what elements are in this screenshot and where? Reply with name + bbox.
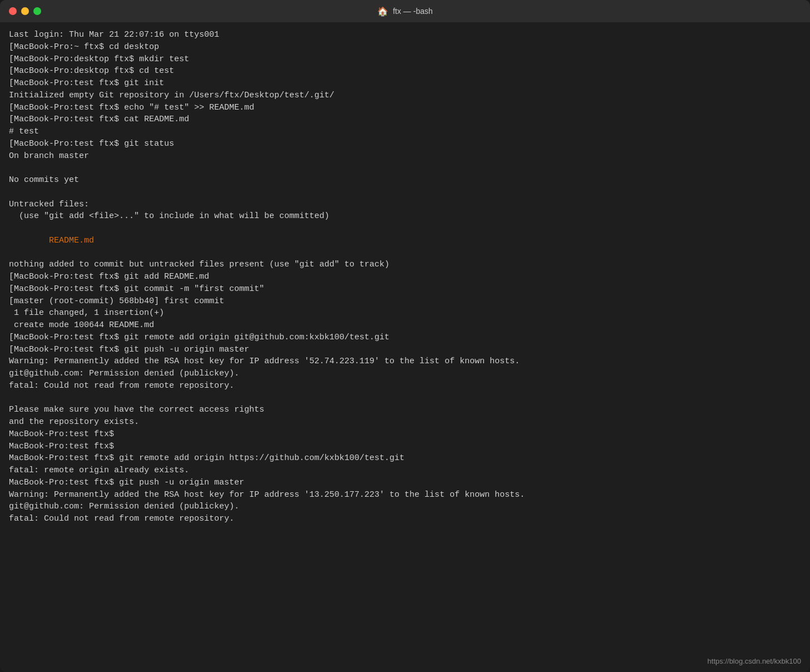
terminal-line: Please make sure you have the correct ac…	[9, 405, 264, 414]
terminal-line: [master (root-commit) 568bb40] first com…	[9, 297, 224, 306]
terminal-line: fatal: Could not read from remote reposi…	[9, 514, 234, 523]
terminal-line: README.md	[9, 236, 94, 245]
terminal-line: # test	[9, 127, 39, 136]
terminal-line: [MacBook-Pro:desktop ftx$ mkdir test	[9, 55, 189, 64]
minimize-button[interactable]	[21, 7, 29, 15]
maximize-button[interactable]	[33, 7, 41, 15]
terminal-line: Untracked files:	[9, 200, 89, 209]
watermark: https://blog.csdn.net/kxbk100	[708, 657, 801, 665]
terminal-line: MacBook-Pro:test ftx$	[9, 429, 114, 439]
close-button[interactable]	[9, 7, 17, 15]
terminal-line: MacBook-Pro:test ftx$	[9, 442, 114, 451]
terminal-wrapper: Last login: Thu Mar 21 22:07:16 on ttys0…	[0, 22, 810, 672]
terminal-line: MacBook-Pro:test ftx$ git remote add ori…	[9, 453, 404, 463]
terminal-line: [MacBook-Pro:test ftx$ git commit -m "fi…	[9, 284, 264, 294]
titlebar: 🏠 ftx — -bash	[0, 0, 810, 22]
terminal-line: create mode 100644 README.md	[9, 320, 154, 330]
terminal-line: [MacBook-Pro:test ftx$ git status	[9, 139, 174, 149]
traffic-lights	[9, 7, 41, 15]
terminal-line: [MacBook-Pro:test ftx$ git push -u origi…	[9, 345, 249, 354]
terminal-line: [MacBook-Pro:test ftx$ git init	[9, 78, 164, 88]
terminal-line: [MacBook-Pro:~ ftx$ cd desktop	[9, 42, 159, 52]
terminal-line: fatal: Could not read from remote reposi…	[9, 381, 234, 391]
terminal-line: [MacBook-Pro:test ftx$ echo "# test" >> …	[9, 103, 254, 112]
terminal-line: git@github.com: Permission denied (publi…	[9, 369, 239, 378]
terminal-line: [MacBook-Pro:test ftx$ git remote add or…	[9, 333, 389, 342]
title-icon: 🏠	[377, 6, 388, 17]
terminal-line: nothing added to commit but untracked fi…	[9, 260, 389, 269]
terminal-content: Last login: Thu Mar 21 22:07:16 on ttys0…	[9, 29, 801, 525]
terminal-line: Warning: Permanently added the RSA host …	[9, 357, 520, 366]
terminal-line: Warning: Permanently added the RSA host …	[9, 490, 525, 500]
title-label: ftx — -bash	[393, 7, 433, 16]
terminal-line: [MacBook-Pro:test ftx$ git add README.md	[9, 272, 209, 281]
terminal-line: [MacBook-Pro:test ftx$ cat README.md	[9, 115, 189, 124]
terminal-line: fatal: remote origin already exists.	[9, 466, 189, 475]
terminal-line: On branch master	[9, 151, 89, 161]
terminal-line: 1 file changed, 1 insertion(+)	[9, 308, 164, 318]
terminal-line: Initialized empty Git repository in /Use…	[9, 91, 334, 100]
terminal-line: No commits yet	[9, 175, 79, 185]
terminal-line: MacBook-Pro:test ftx$ git push -u origin…	[9, 478, 244, 487]
window-title: 🏠 ftx — -bash	[377, 6, 433, 17]
terminal-line: Last login: Thu Mar 21 22:07:16 on ttys0…	[9, 30, 219, 39]
terminal-window: 🏠 ftx — -bash Last login: Thu Mar 21 22:…	[0, 0, 810, 672]
terminal-line: git@github.com: Permission denied (publi…	[9, 502, 239, 511]
terminal-line: [MacBook-Pro:desktop ftx$ cd test	[9, 66, 174, 76]
terminal-line: and the repository exists.	[9, 417, 139, 427]
terminal-body[interactable]: Last login: Thu Mar 21 22:07:16 on ttys0…	[0, 22, 810, 532]
terminal-line: (use "git add <file>..." to include in w…	[9, 211, 329, 221]
